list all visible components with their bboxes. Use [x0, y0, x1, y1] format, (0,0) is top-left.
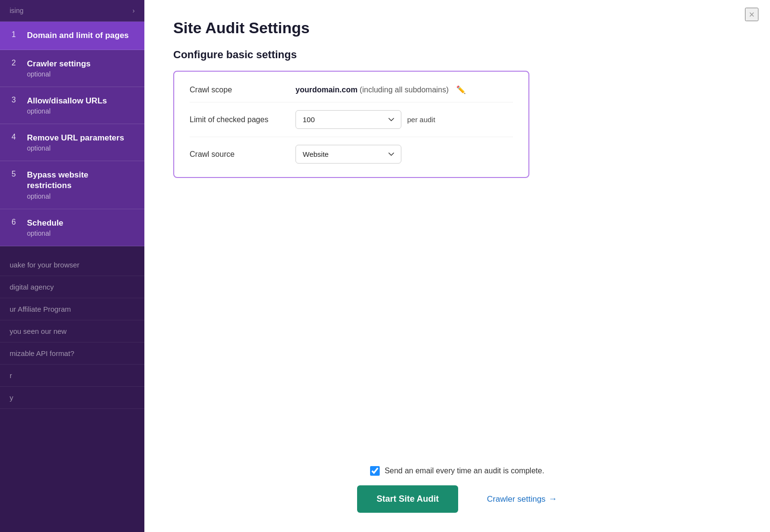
- sidebar-bottom-item-6[interactable]: y: [0, 387, 144, 409]
- nav-title-1: Domain and limit of pages: [27, 30, 129, 41]
- sidebar-item-4[interactable]: 4 Remove URL parameters optional: [0, 124, 144, 161]
- per-audit-text: per audit: [407, 115, 435, 124]
- nav-content-5: Bypass website restrictions optional: [27, 170, 133, 200]
- nav-title-5: Bypass website restrictions: [27, 170, 133, 191]
- settings-card: Crawl scope yourdomain.com (including al…: [173, 71, 529, 178]
- sidebar-bottom: uake for your browserdigital agencyur Af…: [0, 246, 144, 532]
- sidebar-item-1[interactable]: 1 Domain and limit of pages: [0, 22, 144, 50]
- actions-row: Start Site Audit Crawler settings →: [173, 485, 741, 513]
- edit-crawl-scope-icon[interactable]: ✏️: [456, 85, 466, 94]
- email-checkbox-row: Send an email every time an audit is com…: [370, 466, 544, 476]
- email-checkbox[interactable]: [370, 466, 380, 476]
- close-button[interactable]: ×: [745, 8, 758, 21]
- sidebar-item-3[interactable]: 3 Allow/disallow URLs optional: [0, 87, 144, 124]
- nav-number-1: 1: [12, 30, 21, 39]
- limit-pages-row: Limit of checked pages 10025050010005000…: [190, 102, 513, 137]
- nav-sub-2: optional: [27, 70, 90, 78]
- crawler-settings-link[interactable]: Crawler settings →: [487, 494, 557, 504]
- sidebar-item-5[interactable]: 5 Bypass website restrictions optional: [0, 161, 144, 209]
- sidebar-bottom-item-3[interactable]: you seen our new: [0, 320, 144, 342]
- crawler-settings-link-label: Crawler settings: [487, 494, 546, 504]
- page-title: Site Audit Settings: [173, 19, 741, 37]
- nav-number-6: 6: [12, 218, 21, 227]
- crawl-source-dropdown[interactable]: WebsiteSitemapGoogle AnalyticsSearch Con…: [295, 145, 401, 164]
- nav-sub-3: optional: [27, 107, 107, 115]
- nav-sub-6: optional: [27, 229, 64, 237]
- limit-pages-value-container: 1002505001000500010000200005000010000050…: [295, 110, 513, 129]
- sidebar-bottom-item-2[interactable]: ur Affiliate Program: [0, 298, 144, 320]
- sidebar-top: ising ›: [0, 0, 144, 22]
- crawl-scope-value-container: yourdomain.com (including all subdomains…: [295, 85, 513, 94]
- sidebar-collapse-icon[interactable]: ›: [132, 7, 135, 14]
- sidebar-bottom-item-4[interactable]: mizable API format?: [0, 342, 144, 365]
- crawl-scope-domain: yourdomain.com: [295, 86, 358, 94]
- limit-pages-label: Limit of checked pages: [190, 115, 286, 124]
- sidebar-bottom-item-5[interactable]: r: [0, 365, 144, 387]
- crawl-scope-suffix-text: (including all subdomains): [359, 86, 449, 94]
- nav-number-3: 3: [12, 96, 21, 104]
- nav-content-3: Allow/disallow URLs optional: [27, 96, 107, 115]
- sidebar: ising › 1 Domain and limit of pages 2 Cr…: [0, 0, 144, 532]
- crawl-scope-row: Crawl scope yourdomain.com (including al…: [190, 85, 513, 102]
- nav-content-2: Crawler settings optional: [27, 59, 90, 78]
- nav-title-4: Remove URL parameters: [27, 133, 124, 143]
- sidebar-bottom-item-0[interactable]: uake for your browser: [0, 254, 144, 276]
- main-content: × Site Audit Settings Configure basic se…: [144, 0, 770, 532]
- nav-number-4: 4: [12, 133, 21, 141]
- nav-number-2: 2: [12, 59, 21, 67]
- arrow-right-icon: →: [549, 494, 557, 504]
- crawl-scope-display: yourdomain.com (including all subdomains…: [295, 86, 449, 94]
- bottom-actions: Send an email every time an audit is com…: [173, 437, 741, 513]
- crawl-source-row: Crawl source WebsiteSitemapGoogle Analyt…: [190, 137, 513, 164]
- crawl-source-value-container: WebsiteSitemapGoogle AnalyticsSearch Con…: [295, 145, 513, 164]
- section-title: Configure basic settings: [173, 49, 741, 61]
- email-label: Send an email every time an audit is com…: [385, 467, 544, 475]
- crawl-source-label: Crawl source: [190, 150, 286, 159]
- nav-title-3: Allow/disallow URLs: [27, 96, 107, 106]
- nav-title-6: Schedule: [27, 218, 64, 228]
- nav-title-2: Crawler settings: [27, 59, 90, 69]
- nav-content-4: Remove URL parameters optional: [27, 133, 124, 152]
- nav-items-list: 1 Domain and limit of pages 2 Crawler se…: [0, 22, 144, 246]
- crawl-scope-label: Crawl scope: [190, 86, 286, 94]
- start-audit-button[interactable]: Start Site Audit: [357, 485, 458, 513]
- sidebar-top-label: ising: [10, 7, 24, 14]
- nav-content-1: Domain and limit of pages: [27, 30, 129, 41]
- nav-sub-4: optional: [27, 144, 124, 152]
- sidebar-item-2[interactable]: 2 Crawler settings optional: [0, 50, 144, 87]
- limit-pages-dropdown[interactable]: 1002505001000500010000200005000010000050…: [295, 110, 401, 129]
- sidebar-bottom-item-1[interactable]: digital agency: [0, 276, 144, 298]
- nav-sub-5: optional: [27, 192, 133, 200]
- sidebar-item-6[interactable]: 6 Schedule optional: [0, 209, 144, 246]
- nav-number-5: 5: [12, 170, 21, 178]
- nav-content-6: Schedule optional: [27, 218, 64, 237]
